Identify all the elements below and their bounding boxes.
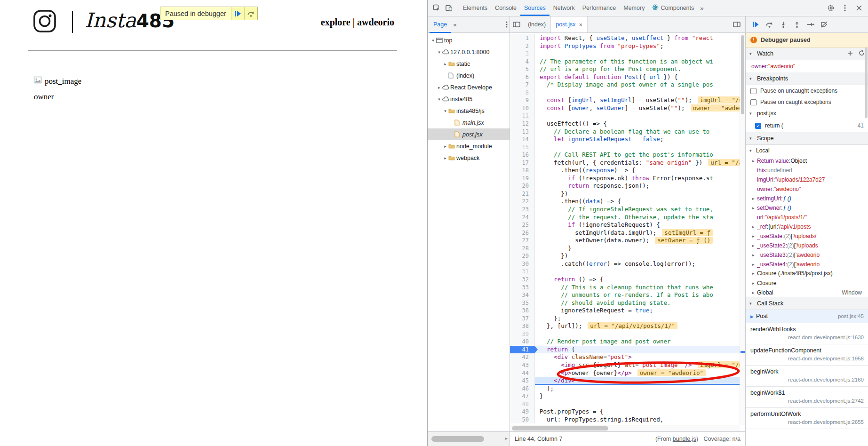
step-over-icon[interactable] <box>765 21 773 28</box>
line-number[interactable]: 23 <box>510 206 535 214</box>
watch-entry[interactable]: owner: "awdeorio" <box>746 60 868 72</box>
line-number[interactable]: 10 <box>510 104 535 112</box>
chevron-right-icon[interactable]: ▸ <box>752 194 757 203</box>
checkbox[interactable] <box>750 88 757 94</box>
code-text[interactable]: // Declare a boolean flag that we can us… <box>535 128 740 136</box>
tree-item-insta485[interactable]: ▾insta485 <box>428 93 510 105</box>
call-stack-section-header[interactable]: ▾ Call Stack <box>746 297 868 310</box>
scope-variable[interactable]: ▸setOwner: ƒ () <box>746 203 868 213</box>
scope-variable[interactable]: this: undefined <box>746 166 868 175</box>
resume-script-button[interactable] <box>231 7 244 20</box>
line-number[interactable]: 50 <box>510 416 535 424</box>
line-number[interactable]: 36 <box>510 307 535 315</box>
tree-expand-icon[interactable]: ▾ <box>436 97 442 102</box>
line-number[interactable]: 43 <box>510 361 535 369</box>
code-text[interactable]: <img src={imgUrl} alt="post_image" />img… <box>535 361 740 369</box>
line-number[interactable]: 25 <box>510 221 535 229</box>
scope-variable[interactable]: ▸setImgUrl: ƒ () <box>746 194 868 203</box>
frame-location[interactable]: react-dom.development.js:2742 <box>750 397 864 405</box>
line-number[interactable]: 30 <box>510 260 535 268</box>
tree-item-React-Develope[interactable]: ▸React Develope <box>428 81 510 93</box>
tree-expand-icon[interactable]: ▸ <box>442 62 448 66</box>
bundle-js-link[interactable]: bundle.js <box>673 436 696 442</box>
code-editor[interactable]: 1import React, { useState, useEffect } f… <box>510 33 745 431</box>
scope-section-header[interactable]: ▾ Scope <box>746 132 868 145</box>
code-text[interactable]: // unmounts or re-renders. If a Post is … <box>535 291 740 299</box>
scope-variable[interactable]: ▸_ref: {url: '/api/v1/posts <box>746 222 868 231</box>
step-into-icon[interactable] <box>780 21 787 28</box>
deactivate-breakpoints-icon[interactable] <box>820 21 828 28</box>
step-icon[interactable] <box>807 21 814 28</box>
line-number[interactable]: 35 <box>510 299 535 307</box>
instagram-logo-icon[interactable] <box>33 9 56 35</box>
tree-item-webpack[interactable]: ▸webpack <box>428 152 510 164</box>
line-number[interactable]: 46 <box>510 385 535 393</box>
line-number[interactable]: 38 <box>510 322 535 330</box>
code-text[interactable]: const [owner, setOwner] = useState("");o… <box>535 104 740 112</box>
scope-variable[interactable]: ▸_useState: (2) ['/uploads/ <box>746 231 868 241</box>
line-number[interactable]: 34 <box>510 291 535 299</box>
tree-expand-icon[interactable]: ▾ <box>436 50 442 55</box>
checkbox[interactable] <box>750 99 757 105</box>
chevron-right-icon[interactable]: ▸ <box>752 260 757 269</box>
tree-item-main-jsx[interactable]: main.jsx <box>428 117 510 128</box>
line-number[interactable]: 3 <box>510 50 535 58</box>
code-text[interactable]: } <box>535 245 740 253</box>
code-text[interactable]: <div className="post"> <box>535 353 740 361</box>
chevron-right-icon[interactable]: ▸ <box>752 231 757 241</box>
code-text[interactable]: if (!ignoreStaleRequest) { <box>535 221 740 229</box>
code-text[interactable] <box>535 143 740 151</box>
code-text[interactable]: .catch((error) => console.log(error)); <box>535 260 740 268</box>
code-text[interactable]: .then((data) => { <box>535 198 740 206</box>
top-nav-links[interactable]: explore | awdeorio <box>321 17 394 28</box>
more-tabs-chevron[interactable]: » <box>698 5 706 12</box>
code-text[interactable]: /* Display image and post owner of a sin… <box>535 81 740 89</box>
line-number[interactable]: 20 <box>510 182 535 190</box>
line-number[interactable]: 47 <box>510 392 535 400</box>
step-over-button[interactable] <box>244 7 257 20</box>
stack-frame-beginWork[interactable]: beginWorkreact-dom.development.js:2160 <box>746 366 868 387</box>
scope-variable[interactable]: ▸_useState2: (2) ['/uploads <box>746 241 868 250</box>
editor-horizontal-scrollbar[interactable] <box>510 425 740 431</box>
code-text[interactable] <box>535 330 740 338</box>
tab-components[interactable]: Components <box>648 0 698 16</box>
tab-elements[interactable]: Elements <box>459 0 491 16</box>
code-text[interactable]: return () => { <box>535 276 740 284</box>
tree-item-node-module[interactable]: ▸node_module <box>428 140 510 152</box>
breakpoint-file-group[interactable]: ▾ post.jsx <box>746 108 868 119</box>
line-number[interactable]: 24 <box>510 214 535 222</box>
line-number[interactable]: 48 <box>510 400 535 408</box>
line-number[interactable]: 26 <box>510 229 535 237</box>
toggle-navigator-icon[interactable] <box>510 16 523 32</box>
file-tab-post-jsx[interactable]: post.jsx× <box>551 16 588 32</box>
chevron-right-icon[interactable]: ▸ <box>752 241 757 250</box>
line-number[interactable]: 28 <box>510 245 535 253</box>
code-text[interactable]: return ( <box>535 346 740 354</box>
line-number[interactable]: 19 <box>510 175 535 183</box>
line-number[interactable]: 14 <box>510 135 535 143</box>
code-text[interactable]: // The parameter of this function is an … <box>535 58 740 66</box>
frame-location[interactable]: react-dom.development.js:2160 <box>750 376 864 384</box>
line-number[interactable]: 44 <box>510 369 535 377</box>
tab-memory[interactable]: Memory <box>620 0 648 16</box>
scope-section-global[interactable]: ▸GlobalWindow <box>746 288 868 297</box>
scope-variable[interactable]: ▸Return value: Object <box>746 156 868 166</box>
scrollbar-thumb[interactable] <box>865 48 868 118</box>
code-text[interactable]: import PropTypes from "prop-types"; <box>535 42 740 50</box>
code-text[interactable]: useEffect(() => { <box>535 120 740 128</box>
line-number[interactable]: 39 <box>510 330 535 338</box>
inspect-element-icon[interactable] <box>430 2 443 14</box>
line-number[interactable]: 4 <box>510 58 535 66</box>
breakpoints-section-header[interactable]: ▾ Breakpoints <box>746 72 868 85</box>
line-number[interactable]: 17 <box>510 159 535 167</box>
code-text[interactable]: }, [url]);url = "/api/v1/posts/1/" <box>535 322 740 330</box>
code-text[interactable]: // url is a prop for the Post component. <box>535 65 740 73</box>
code-text[interactable] <box>535 400 740 408</box>
line-number[interactable]: 27 <box>510 237 535 245</box>
code-text[interactable]: </div> <box>535 377 740 385</box>
code-text[interactable]: const [imgUrl, setImgUrl] = useState("")… <box>535 96 740 104</box>
line-number[interactable]: 13 <box>510 128 535 136</box>
navigator-tab-page[interactable]: Page <box>430 16 451 33</box>
code-text[interactable]: // Render post image and post owner <box>535 338 740 346</box>
tree-expand-icon[interactable]: ▸ <box>442 144 448 149</box>
